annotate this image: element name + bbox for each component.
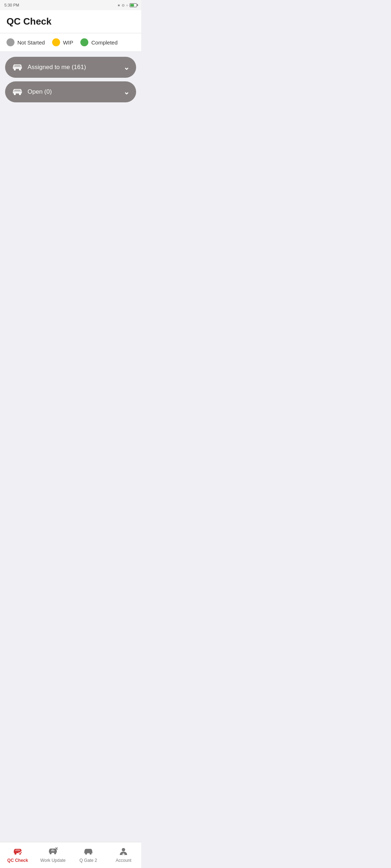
legend-completed: Completed: [80, 38, 118, 46]
svg-rect-5: [13, 91, 22, 92]
legend-not-started: Not Started: [7, 38, 45, 46]
open-accordion[interactable]: Open (0) ⌄: [5, 81, 136, 102]
bluetooth-icon: ∗: [117, 3, 120, 7]
svg-point-1: [19, 69, 21, 71]
battery-icon: [130, 3, 137, 7]
wip-dot: [52, 38, 60, 46]
status-icons: ∗ ⊙ ○: [117, 3, 137, 7]
svg-point-3: [14, 93, 16, 95]
wifi-icon: ⊙: [122, 3, 125, 7]
not-started-label: Not Started: [17, 39, 45, 46]
svg-rect-2: [13, 67, 22, 67]
car-icon-open: [12, 88, 23, 96]
legend-wip: WIP: [52, 38, 73, 46]
completed-dot: [80, 38, 88, 46]
completed-label: Completed: [91, 39, 118, 46]
status-time: 5:30 PM: [4, 3, 19, 7]
main-content: Assigned to me (161) ⌄ Open (0) ⌄: [0, 52, 141, 107]
open-label: Open (0): [28, 88, 52, 95]
svg-point-4: [19, 93, 21, 95]
page-header: QC Check: [0, 10, 141, 33]
not-started-dot: [7, 38, 14, 46]
signal-icon: ○: [126, 3, 128, 7]
svg-point-0: [14, 69, 16, 71]
status-bar: 5:30 PM ∗ ⊙ ○: [0, 0, 141, 10]
car-icon-assigned: [12, 63, 23, 72]
assigned-chevron-icon: ⌄: [123, 63, 130, 72]
open-chevron-icon: ⌄: [123, 88, 130, 96]
status-legend: Not Started WIP Completed: [0, 33, 141, 52]
wip-label: WIP: [63, 39, 73, 46]
page-title: QC Check: [7, 16, 135, 27]
assigned-to-me-accordion[interactable]: Assigned to me (161) ⌄: [5, 57, 136, 78]
assigned-to-me-label: Assigned to me (161): [28, 64, 86, 71]
